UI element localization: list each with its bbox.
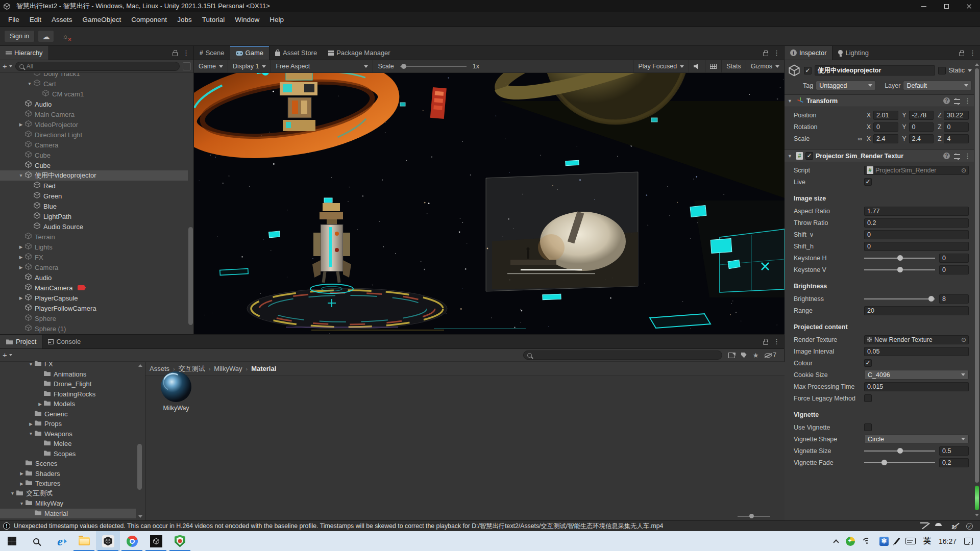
scroll-up-icon[interactable] [138,364,142,367]
value-field[interactable]: 0.05 [864,347,969,356]
open-asset-icon[interactable] [728,353,735,358]
project-folder-models[interactable]: ▶Models [0,399,136,409]
tab-game[interactable]: Game [230,46,270,60]
z-value-field[interactable]: 4 [944,134,969,143]
breadcrumb-milkyway[interactable]: MilkyWay [214,365,242,372]
slider-thumb[interactable] [897,448,903,454]
hierarchy-item-terrain[interactable]: Terrain [0,232,188,242]
icon-size-slider[interactable] [738,516,770,517]
network-icon[interactable] [863,538,872,544]
expand-arrow-icon[interactable]: ▶ [17,295,24,300]
component-header-transform[interactable]: ▼Transform?⋮ [785,94,974,107]
ime-indicator[interactable]: 英 [923,536,931,546]
hierarchy-item-audio-source[interactable]: Audio Source [0,221,188,232]
vsync-button[interactable] [705,60,722,72]
unity-hub-button[interactable] [96,531,120,551]
file-explorer-button[interactable] [72,531,96,551]
expand-arrow-icon[interactable]: ▶ [17,255,24,260]
sync-disabled-icon[interactable]: ↻ [951,522,959,530]
slider-value-field[interactable]: 0 [939,265,969,274]
antivirus-button[interactable] [168,531,192,551]
kebab-menu-icon[interactable]: ⋮ [183,49,189,57]
scroll-up-icon[interactable] [975,63,979,66]
menu-tutorial[interactable]: Tutorial [197,12,230,27]
value-field[interactable]: 0.015 [864,382,969,391]
foldout-arrow-icon[interactable]: ▼ [788,98,794,104]
project-folder-scenes[interactable]: Scenes [0,459,136,469]
game-mode-dropdown[interactable]: Game [194,60,228,72]
property-slider[interactable] [864,295,935,303]
maximize-button[interactable] [935,0,958,12]
add-asset-button[interactable]: + [3,351,7,359]
object-reference-field[interactable]: #ProjectorSim_Render⊙ [864,166,969,175]
scroll-down-icon[interactable] [975,514,979,516]
property-dropdown[interactable]: Circle [864,434,969,444]
lock-icon[interactable] [763,341,768,345]
game-viewport[interactable] [194,73,785,334]
taskbar-clock[interactable]: 16:27 [939,537,957,545]
project-tree-scrollbar[interactable] [137,444,142,490]
menu-gameobject[interactable]: GameObject [78,12,127,27]
property-slider[interactable] [864,266,935,273]
hierarchy-item-cart[interactable]: ▼Cart [0,79,188,89]
tab-package-manager[interactable]: Package Manager [323,46,396,60]
menu-window[interactable]: Window [230,12,264,27]
hierarchy-item-dolly-track1[interactable]: Dolly Track1 [0,73,188,79]
value-field[interactable]: 1.77 [864,207,969,216]
link-scale-icon[interactable]: ∞ [857,135,864,142]
expand-arrow-icon[interactable]: ▶ [17,265,24,270]
y-value-field[interactable]: 2.4 [909,134,934,143]
tab-project[interactable]: Project [0,335,42,348]
property-slider[interactable] [864,255,935,262]
property-dropdown[interactable]: C_4096 [864,370,969,380]
hierarchy-item-sphere[interactable]: Sphere [0,313,188,323]
hierarchy-item-sphere-(1)[interactable]: Sphere (1) [0,323,188,334]
expand-arrow-icon[interactable]: ▶ [17,122,24,127]
stats-button[interactable]: Stats [722,60,746,72]
inspector-scrollbar[interactable] [975,68,979,483]
icon-size-thumb[interactable] [749,514,754,518]
tab-asset-store[interactable]: Asset Store [270,46,323,60]
expand-arrow-icon[interactable]: ▼ [28,431,34,436]
start-button[interactable] [0,531,24,551]
property-slider[interactable] [864,459,935,466]
internet-explorer-button[interactable]: e [48,531,72,551]
property-checkbox[interactable] [864,394,872,402]
hierarchy-item-directional-light[interactable]: Directional Light [0,130,188,140]
project-folder-交互测试[interactable]: ▼交互测试 [0,489,136,499]
close-button[interactable] [958,0,980,12]
hierarchy-search-input[interactable]: All [15,62,180,71]
value-field[interactable]: 20 [864,306,969,315]
slider-value-field[interactable]: 0 [939,254,969,263]
collab-status-icon[interactable] [937,522,944,530]
cloud-button[interactable]: ☁ [38,30,54,42]
slider-thumb[interactable] [897,267,903,272]
slider-value-field[interactable]: 0.5 [939,446,969,456]
x-value-field[interactable]: 2.01 [873,111,898,120]
project-folder-scopes[interactable]: Scopes [0,449,136,459]
scale-slider[interactable] [400,66,467,67]
project-folder-drone_flight[interactable]: Drone_Flight [0,379,136,389]
project-folder-milkyway[interactable]: ▼MilkyWay [0,498,136,509]
lock-icon[interactable] [763,52,768,56]
kebab-menu-icon[interactable]: ⋮ [773,49,780,57]
z-value-field[interactable]: 0 [944,122,969,132]
tag-dropdown[interactable]: Untagged [816,81,876,90]
search-filter-icon[interactable] [183,62,191,70]
project-folder-props[interactable]: ▶Props [0,419,136,429]
hidden-packages-toggle[interactable]: 7 [765,352,776,359]
expand-arrow-icon[interactable]: ▼ [18,501,25,506]
expand-arrow-icon[interactable]: ▶ [17,244,24,249]
tab-console[interactable]: Console [42,335,86,348]
status-ok-icon[interactable]: ✓ [966,523,973,530]
chevron-down-icon[interactable] [9,65,12,67]
hierarchy-item-camera[interactable]: Camera [0,140,188,150]
snowflake-app-icon[interactable]: ✼ [879,537,889,546]
project-folder-animations[interactable]: Animations [0,369,136,380]
x-value-field[interactable]: 2.4 [873,134,898,143]
menu-edit[interactable]: Edit [24,12,46,27]
presets-icon[interactable] [954,154,960,159]
hierarchy-item-videoprojector[interactable]: ▶VideoProjector [0,119,188,130]
project-folder-melee[interactable]: Melee [0,439,136,449]
antivirus-tray-icon[interactable] [846,537,855,546]
